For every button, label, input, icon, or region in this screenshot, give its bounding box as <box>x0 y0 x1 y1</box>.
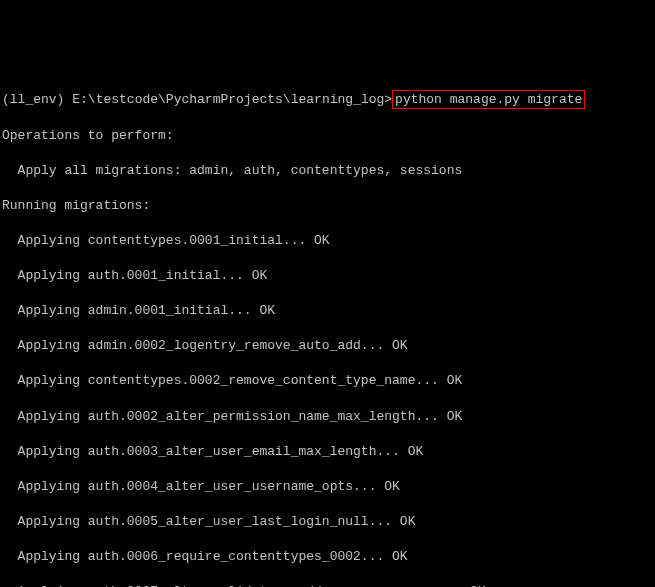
prompt-line-1[interactable]: (ll_env) E:\testcode\PycharmProjects\lea… <box>2 90 655 110</box>
migration-line: Applying admin.0002_logentry_remove_auto… <box>2 337 655 355</box>
migration-line: Applying admin.0001_initial... OK <box>2 302 655 320</box>
migration-line: Applying auth.0002_alter_permission_name… <box>2 408 655 426</box>
output-line: Apply all migrations: admin, auth, conte… <box>2 162 655 180</box>
output-line: Running migrations: <box>2 197 655 215</box>
migration-line: Applying auth.0004_alter_user_username_o… <box>2 478 655 496</box>
output-line: Operations to perform: <box>2 127 655 145</box>
migration-line: Applying auth.0001_initial... OK <box>2 267 655 285</box>
migration-line: Applying contenttypes.0002_remove_conten… <box>2 372 655 390</box>
migration-line: Applying auth.0005_alter_user_last_login… <box>2 513 655 531</box>
migration-line: Applying auth.0006_require_contenttypes_… <box>2 548 655 566</box>
prompt-path: E:\testcode\PycharmProjects\learning_log… <box>72 92 392 107</box>
command-text: python manage.py migrate <box>395 92 582 107</box>
migration-line: Applying contenttypes.0001_initial... OK <box>2 232 655 250</box>
migration-line: Applying auth.0003_alter_user_email_max_… <box>2 443 655 461</box>
terminal-output: (ll_env) E:\testcode\PycharmProjects\lea… <box>0 70 655 587</box>
venv-indicator: (ll_env) <box>2 92 64 107</box>
migration-line: Applying auth.0007_alter_validators_add_… <box>2 583 655 587</box>
highlight-box-cmd1: python manage.py migrate <box>392 90 585 110</box>
